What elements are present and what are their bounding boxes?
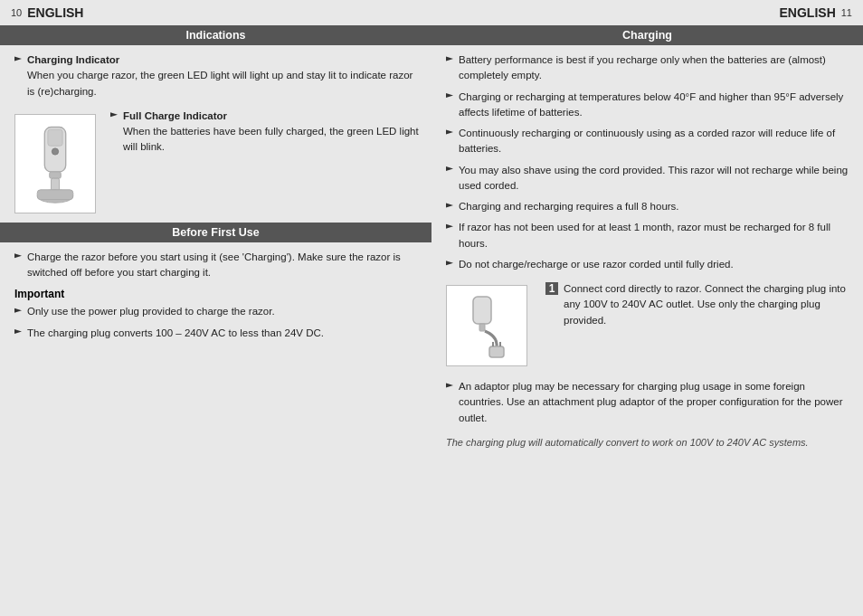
bullet-icon — [14, 55, 22, 62]
list-item: You may also shave using the cord provid… — [446, 163, 849, 194]
list-item: If razor has not been used for at least … — [446, 220, 849, 251]
svg-point-2 — [52, 148, 58, 155]
charging-indicator-title: Charging Indicator — [27, 54, 119, 65]
full-charge-title: Full Charge Indicator — [123, 110, 227, 121]
right-page: ENGLISH 11 Charging Battery performance … — [432, 0, 863, 616]
important-content: Only use the power plug provided to char… — [0, 304, 432, 341]
list-item: The charging plug converts 100 – 240V AC… — [14, 326, 417, 341]
bullet-icon — [110, 111, 118, 118]
razor-svg — [24, 123, 87, 204]
bullet-icon — [14, 328, 22, 336]
indications-title: Indications — [0, 25, 432, 45]
right-page-num: 11 — [841, 7, 852, 18]
bullet-icon — [446, 55, 453, 62]
cord-svg — [455, 292, 518, 360]
list-item: Do not charge/recharge or use razor cord… — [446, 257, 849, 272]
svg-rect-6 — [37, 190, 73, 200]
list-item: Continuously recharging or continuously … — [446, 126, 849, 157]
before-first-use-content: Charge the razor before you start using … — [0, 250, 432, 281]
numbered-item-1: 1 Connect cord directly to razor. Connec… — [545, 281, 856, 328]
left-page: 10 ENGLISH Indications Charging Indicato… — [0, 0, 432, 616]
bullet-icon — [446, 128, 453, 136]
bullet-icon — [446, 166, 453, 173]
list-item: Charging and recharging requires a full … — [446, 199, 849, 214]
svg-rect-7 — [473, 297, 491, 324]
left-header: 10 ENGLISH — [0, 0, 432, 25]
list-item: Charging Indicator When you charge razor… — [14, 52, 417, 100]
list-item: Charging or recharging at temperatures b… — [446, 90, 849, 121]
cord-image — [446, 285, 527, 366]
bullet-icon — [14, 307, 22, 314]
list-item: Charge the razor before you start using … — [14, 250, 417, 281]
adaptor-text: An adaptor plug may be necessary for cha… — [459, 379, 849, 426]
list-item: Full Charge Indicator When the batteries… — [110, 109, 424, 156]
note-text: The charging plug will automatically con… — [432, 431, 863, 454]
before-use-text: Charge the razor before you start using … — [27, 250, 417, 281]
charging-plug-converts-text: The charging plug converts 100 – 240V AC… — [27, 326, 324, 341]
list-item: Only use the power plug provided to char… — [14, 304, 417, 319]
do-not-charge-text: Do not charge/recharge or use razor cord… — [459, 257, 734, 272]
bullet-icon — [446, 223, 453, 230]
important-label: Important — [14, 288, 417, 300]
charging-title: Charging — [432, 25, 863, 45]
before-first-use-title: Before First Use — [0, 223, 432, 242]
full-hours-text: Charging and recharging requires a full … — [459, 199, 679, 214]
full-charge-text: Full Charge Indicator When the batteries… — [123, 109, 424, 156]
razor-image — [14, 114, 96, 213]
right-header: ENGLISH 11 — [432, 0, 863, 25]
page-spread: 10 ENGLISH Indications Charging Indicato… — [0, 0, 863, 616]
num-1-badge: 1 — [545, 282, 558, 295]
indications-content: Charging Indicator When you charge razor… — [0, 52, 432, 100]
charging-indicator-text: Charging Indicator When you charge razor… — [27, 52, 417, 100]
left-lang: ENGLISH — [27, 5, 83, 20]
charging-content: Battery performance is best if you recha… — [432, 52, 863, 272]
power-plug-text: Only use the power plug provided to char… — [27, 304, 275, 319]
svg-rect-1 — [48, 129, 62, 146]
corded-text: You may also shave using the cord provid… — [459, 163, 849, 194]
right-lang: ENGLISH — [780, 5, 836, 20]
bullet-icon — [446, 382, 453, 389]
not-used-text: If razor has not been used for at least … — [459, 220, 849, 251]
left-page-num: 10 — [11, 7, 22, 18]
bullet-icon — [446, 202, 453, 209]
svg-rect-9 — [489, 346, 504, 357]
svg-rect-3 — [50, 172, 62, 178]
temp-text: Charging or recharging at temperatures b… — [459, 90, 849, 121]
bullet-icon — [14, 252, 22, 260]
continuously-text: Continuously recharging or continuously … — [459, 126, 849, 157]
svg-rect-8 — [479, 324, 485, 331]
after-image-content: An adaptor plug may be necessary for cha… — [432, 379, 863, 426]
bullet-icon — [446, 92, 453, 100]
list-item: An adaptor plug may be necessary for cha… — [446, 379, 849, 426]
battery-perf-text: Battery performance is best if you recha… — [459, 52, 849, 84]
list-item: Battery performance is best if you recha… — [446, 52, 849, 84]
connect-cord-text: Connect cord directly to razor. Connect … — [564, 281, 856, 328]
bullet-icon — [446, 260, 453, 267]
